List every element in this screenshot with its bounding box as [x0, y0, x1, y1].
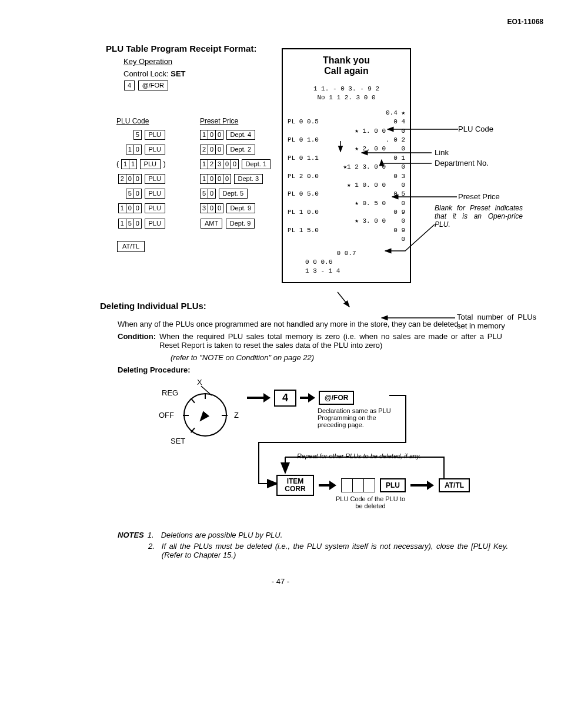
receipt-thank: Thank you	[288, 55, 405, 66]
control-lock-value: SET	[171, 69, 185, 78]
control-lock-label: Control Lock:	[123, 69, 169, 78]
receipt-foot3: 1 3 - 1 4	[288, 267, 405, 276]
receipt-foot1: 0 0.7	[288, 249, 405, 258]
annot-dept-no: Department No.	[435, 159, 489, 167]
annot-link: Link	[435, 148, 449, 157]
receipt-line: PL 1 0.00 9	[288, 208, 405, 217]
table-row: 200 PLU1000 Dept. 3	[113, 172, 275, 186]
annot-plu-code: PLU Code	[458, 125, 493, 133]
receipt-no: No 1 1 2. 3 0 0	[288, 93, 405, 102]
table-row: 5 PLU100 Dept. 4	[113, 128, 275, 142]
col-preset-price: Preset Price	[196, 115, 275, 127]
receipt-line: PL 0 0.50 4	[288, 118, 405, 126]
annot-preset: Preset Price	[458, 192, 500, 201]
for-key: @/FOR	[138, 80, 168, 90]
condition-label: Condition:	[118, 332, 156, 350]
receipt-line: ★ 3. 0 0 0	[288, 217, 405, 226]
plu-code-digits	[341, 478, 375, 492]
condition-text: When the required PLU sales total memory…	[159, 332, 502, 350]
table-row: 100 PLU300 Dept. 9	[113, 202, 275, 215]
procedure-label: Deleting Procedure:	[118, 365, 191, 374]
flow-repeat: Repeat for other PLUs to be deleted, if …	[297, 452, 421, 459]
receipt-call: Call again	[288, 66, 405, 76]
section-title: PLU Table Program Receipt Format:	[106, 43, 276, 53]
deleting-p1: When any of the PLUs once programmed are…	[118, 320, 502, 328]
arrow-icon	[410, 482, 434, 488]
key-operation-label: Key Operation	[123, 57, 276, 66]
receipt-line: ★ 1. 0 0 0	[288, 127, 405, 136]
svg-line-6	[201, 386, 212, 395]
table-row: 50 PLU50 Dept. 5	[113, 187, 275, 200]
condition-ref: (refer to "NOTE on Condition" on page 22…	[171, 353, 502, 362]
receipt-line: ★1 2 3. 0 0 0	[288, 163, 405, 172]
receipt-line: PL 2 0.00 3	[288, 172, 405, 181]
table-row: ( 11 PLU )12300 Dept. 1	[113, 157, 275, 171]
attl-key: AT/TL	[117, 241, 145, 252]
receipt-line: ★ 1 0. 0 0 0	[288, 181, 405, 190]
notes-label: NOTES	[118, 531, 144, 539]
receipt-line: PL 0 1.0. 0 2	[288, 136, 405, 145]
page-number: - 47 -	[35, 577, 526, 586]
flow-key-plu: PLU	[380, 478, 406, 492]
digit-key: 4	[124, 80, 135, 90]
arrow-icon	[319, 482, 336, 488]
note-1: Deletions are possible PLU by PLU.	[161, 531, 283, 539]
table-row: 10 PLU200 Dept. 2	[113, 143, 275, 156]
receipt-line: PL 1 5.00 9	[288, 226, 405, 235]
receipt-foot2: 0 0 0.6	[288, 258, 405, 267]
flow-key-attl: AT/TL	[439, 478, 470, 492]
flow-declaration: Declaration same as PLU Programming on t…	[318, 407, 400, 428]
deleting-title: Deleting Individual PLUs:	[100, 301, 526, 311]
flow-key-item-corr: ITEM CORR	[276, 475, 314, 496]
table-row: 150 PLUAMT Dept. 9	[113, 216, 275, 230]
note-2: If all the PLUs must be deleted (i.e., t…	[162, 542, 508, 559]
receipt-line: ★ 2. 0 0 0	[288, 145, 405, 153]
receipt-line: PL 0 1.10 1	[288, 154, 405, 163]
document-id: EO1-11068	[35, 18, 543, 26]
plu-entry-table: PLU Code Preset Price 5 PLU100 Dept. 410…	[112, 114, 276, 254]
annot-total: Total number of PLUs set in memory	[457, 313, 536, 330]
receipt-line: PL 0 5.00 5	[288, 190, 405, 199]
receipt-line: 0	[288, 235, 405, 244]
col-plu-code: PLU Code	[113, 115, 169, 127]
receipt-line: 0.4 ★	[288, 109, 405, 118]
annot-preset-note: Blank for Preset indicates that it is an…	[435, 204, 523, 229]
receipt-date: 1 1. - 0 3. - 9 2	[288, 85, 405, 93]
receipt: Thank you Call again 1 1. - 0 3. - 9 2 N…	[282, 48, 411, 283]
receipt-line: ★ 0. 5 0 0	[288, 199, 405, 208]
flow-plucode-label: PLU Code of the PLU to be deleted	[332, 495, 409, 509]
